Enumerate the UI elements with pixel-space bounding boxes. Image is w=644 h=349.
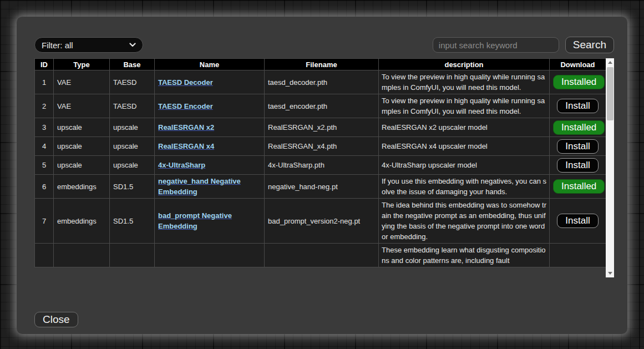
- table-row: 7 embeddings SD1.5 bad_prompt Negative E…: [35, 199, 606, 244]
- cell-id: 3: [35, 118, 54, 137]
- table-scrollbar[interactable]: [606, 58, 614, 277]
- scrollbar-thumb[interactable]: [607, 67, 613, 120]
- cell-type: upscale: [54, 137, 110, 156]
- table-row: 2 VAE TAESD TAESD Encoder taesd_encoder.…: [35, 94, 606, 118]
- install-button[interactable]: Install: [557, 139, 598, 154]
- header-name: Name: [155, 59, 265, 70]
- arrow-up-icon: [608, 61, 612, 64]
- cell-filename: 4x-UltraSharp.pth: [265, 156, 379, 175]
- filter-select-value: Filter: all: [42, 41, 73, 50]
- scroll-up-button[interactable]: [606, 58, 614, 67]
- table-body: 1 VAE TAESD TAESD Decoder taesd_decoder.…: [35, 70, 606, 267]
- cell-name: RealESRGAN x4: [155, 137, 265, 156]
- search-input[interactable]: [433, 37, 559, 53]
- model-name-link[interactable]: bad_prompt Negative Embedding: [158, 211, 232, 230]
- cell-id: 6: [35, 175, 54, 199]
- cell-download: Install: [550, 94, 606, 118]
- cell-base: upscale: [110, 118, 155, 137]
- cell-download: Install: [550, 156, 606, 175]
- cell-type: upscale: [54, 118, 110, 137]
- cell-description: RealESRGAN x4 upscaler model: [379, 137, 550, 156]
- installed-button[interactable]: Installed: [553, 75, 605, 89]
- cell-type: [54, 244, 110, 267]
- model-name-link[interactable]: RealESRGAN x4: [158, 142, 214, 150]
- cell-id: 1: [35, 70, 54, 94]
- comfyui-canvas: { "toolbar": { "filter_value": "Filter: …: [0, 0, 644, 349]
- models-table-viewport: ID Type Base Name Filename description D…: [34, 58, 606, 277]
- cell-base: TAESD: [110, 70, 155, 94]
- cell-filename: [265, 244, 379, 267]
- header-id: ID: [35, 59, 54, 70]
- header-filename: Filename: [265, 59, 379, 70]
- table-row: 6 embeddings SD1.5 negative_hand Negativ…: [35, 175, 606, 199]
- cell-id: 5: [35, 156, 54, 175]
- header-download: Download: [550, 59, 606, 70]
- cell-type: upscale: [54, 156, 110, 175]
- table-row: 5 upscale upscale 4x-UltraSharp 4x-Ultra…: [35, 156, 606, 175]
- header-type: Type: [54, 59, 110, 70]
- table-row: 3 upscale upscale RealESRGAN x2 RealESRG…: [35, 118, 606, 137]
- cell-description: If you use this embedding with negatives…: [379, 175, 550, 199]
- filter-select[interactable]: Filter: all: [34, 37, 143, 53]
- header-description: description: [379, 59, 550, 70]
- cell-download: Install: [550, 137, 606, 156]
- scroll-down-button[interactable]: [606, 269, 614, 277]
- cell-description: 4x-UltraSharp upscaler model: [379, 156, 550, 175]
- cell-description: These embedding learn what disgusting co…: [379, 244, 550, 267]
- cell-name: 4x-UltraSharp: [155, 156, 265, 175]
- install-button[interactable]: Install: [557, 214, 598, 228]
- close-button[interactable]: Close: [34, 312, 78, 327]
- cell-download: Installed: [550, 118, 606, 137]
- cell-id: 2: [35, 94, 54, 118]
- header-base: Base: [110, 59, 155, 70]
- model-name-link[interactable]: TAESD Encoder: [158, 102, 213, 110]
- cell-name: TAESD Encoder: [155, 94, 265, 118]
- model-name-link[interactable]: negative_hand Negative Embedding: [158, 177, 241, 196]
- table-row: 4 upscale upscale RealESRGAN x4 RealESRG…: [35, 137, 606, 156]
- cell-type: VAE: [54, 70, 110, 94]
- installed-button[interactable]: Installed: [553, 120, 605, 135]
- cell-name: bad_prompt Negative Embedding: [155, 199, 265, 244]
- cell-filename: RealESRGAN_x2.pth: [265, 118, 379, 137]
- installed-button[interactable]: Installed: [553, 179, 605, 194]
- cell-base: upscale: [110, 137, 155, 156]
- cell-filename: taesd_decoder.pth: [265, 70, 379, 94]
- cell-base: [110, 244, 155, 267]
- cell-base: upscale: [110, 156, 155, 175]
- install-button[interactable]: Install: [557, 99, 598, 113]
- chevron-down-icon: [129, 43, 136, 47]
- model-name-link[interactable]: 4x-UltraSharp: [158, 161, 205, 169]
- cell-type: embeddings: [54, 175, 110, 199]
- dialog-toolbar: Filter: all Search: [34, 37, 614, 53]
- cell-description: The idea behind this embedding was to so…: [379, 199, 550, 244]
- cell-base: SD1.5: [110, 199, 155, 244]
- cell-name: TAESD Decoder: [155, 70, 265, 94]
- model-name-link[interactable]: TAESD Decoder: [158, 78, 213, 87]
- cell-name: RealESRGAN x2: [155, 118, 265, 137]
- cell-type: VAE: [54, 94, 110, 118]
- cell-name: [155, 244, 265, 267]
- cell-filename: RealESRGAN_x4.pth: [265, 137, 379, 156]
- cell-id: 7: [35, 199, 54, 244]
- cell-download: [550, 244, 606, 267]
- models-table-container: ID Type Base Name Filename description D…: [34, 58, 614, 277]
- cell-download: Installed: [550, 70, 606, 94]
- cell-filename: bad_prompt_version2-neg.pt: [265, 199, 379, 244]
- cell-filename: negative_hand-neg.pt: [265, 175, 379, 199]
- cell-name: negative_hand Negative Embedding: [155, 175, 265, 199]
- install-button[interactable]: Install: [557, 158, 598, 173]
- cell-id: [35, 244, 54, 267]
- cell-base: SD1.5: [110, 175, 155, 199]
- model-name-link[interactable]: RealESRGAN x2: [158, 123, 214, 131]
- cell-id: 4: [35, 137, 54, 156]
- cell-base: TAESD: [110, 94, 155, 118]
- models-table: ID Type Base Name Filename description D…: [34, 58, 606, 267]
- cell-type: embeddings: [54, 199, 110, 244]
- install-models-dialog: Filter: all Search ID Type Base: [17, 17, 627, 334]
- dialog-footer: Close: [34, 312, 614, 327]
- cell-download: Install: [550, 199, 606, 244]
- cell-description: RealESRGAN x2 upscaler model: [379, 118, 550, 137]
- search-button[interactable]: Search: [565, 37, 614, 53]
- cell-description: To view the preview in high quality whil…: [379, 70, 550, 94]
- table-row: These embedding learn what disgusting co…: [35, 244, 606, 267]
